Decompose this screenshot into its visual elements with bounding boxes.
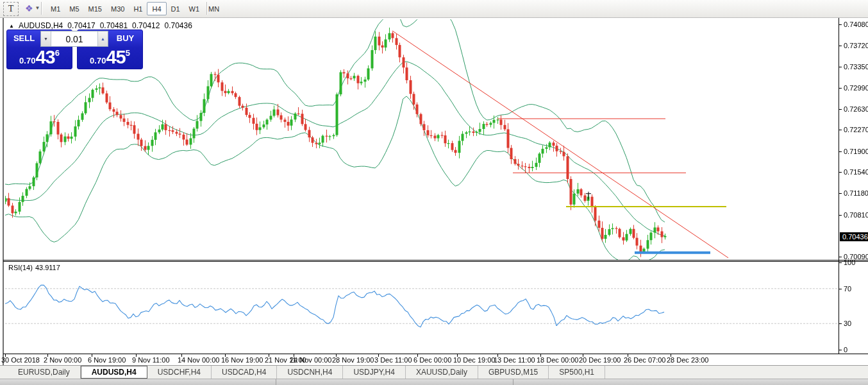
date-axis-tick bbox=[540, 354, 541, 357]
tab-XAUUSD,Daily[interactable]: XAUUSD,Daily bbox=[406, 366, 478, 379]
rsi-indicator-label: RSI(14)43.9117 bbox=[8, 264, 60, 271]
mt4-window: T ❖ ▼ M1M5M15M30H1H4D1W1MN ▲ AUDUSD,H4 0… bbox=[0, 0, 868, 385]
text-tool-button[interactable]: T bbox=[3, 2, 19, 16]
rsi-level-tick bbox=[839, 323, 842, 324]
date-axis-tick bbox=[417, 354, 418, 357]
rsi-level-label: 100 bbox=[844, 259, 855, 266]
status-separator bbox=[276, 379, 276, 385]
date-axis-tick bbox=[136, 354, 137, 357]
ohlc-high: 0.70481 bbox=[100, 21, 128, 30]
date-axis-label: 9 Nov 11:00 bbox=[132, 356, 170, 364]
date-axis-label: 26 Dec 07:00 bbox=[624, 356, 665, 364]
rsi-level-label: 0 bbox=[844, 346, 847, 354]
price-axis-label: 0.71180 bbox=[844, 189, 868, 197]
tab-SP500,H1[interactable]: SP500,H1 bbox=[549, 366, 605, 379]
price-axis[interactable]: 0.740800.737200.733500.729900.726300.722… bbox=[839, 18, 868, 354]
price-axis-tick bbox=[839, 257, 842, 257]
status-bar bbox=[0, 379, 868, 385]
volume-increase-button[interactable]: ▲ bbox=[97, 31, 108, 46]
tab-AUDUSD,H4[interactable]: AUDUSD,H4 bbox=[81, 366, 147, 379]
date-axis-label: 10 Dec 19:00 bbox=[453, 356, 495, 364]
date-axis-tick bbox=[628, 354, 628, 357]
timeframe-button-M15[interactable]: M15 bbox=[84, 2, 106, 15]
chart-title: ▲ AUDUSD,H4 0.70417 0.70481 0.70412 0.70… bbox=[9, 21, 192, 30]
one-click-trading-panel: SELL 0.70436 BUY 0.70455 ▼ 0.01 ▲ bbox=[6, 30, 143, 69]
price-axis-tick bbox=[839, 88, 842, 89]
price-axis-label: 0.70810 bbox=[844, 211, 868, 219]
buy-price: 0.70455 bbox=[78, 48, 142, 67]
timeframe-button-H1[interactable]: H1 bbox=[129, 2, 147, 15]
chart-tabs: EURUSD,DailyAUDUSD,H4USDCHF,H4USDCAD,H4U… bbox=[0, 365, 868, 379]
sell-label: SELL bbox=[7, 33, 41, 43]
timeframe-button-M1[interactable]: M1 bbox=[46, 2, 65, 15]
volume-input[interactable]: 0.01 bbox=[51, 31, 97, 46]
date-axis-tick bbox=[583, 354, 583, 357]
chart-symbol: AUDUSD,H4 bbox=[19, 21, 63, 30]
price-axis-label: 0.71900 bbox=[844, 148, 868, 155]
rsi-level-tick bbox=[839, 289, 842, 289]
tab-USDJPY,H4[interactable]: USDJPY,H4 bbox=[343, 366, 405, 379]
date-axis-tick bbox=[378, 354, 379, 357]
tab-USDCHF,H4[interactable]: USDCHF,H4 bbox=[147, 366, 212, 379]
price-axis-tick bbox=[839, 109, 842, 110]
price-axis-tick bbox=[839, 24, 842, 25]
date-axis-tick bbox=[181, 354, 182, 357]
text-tool-icon: T bbox=[8, 4, 14, 14]
price-axis-label: 0.72990 bbox=[844, 84, 868, 92]
status-separator bbox=[513, 379, 513, 385]
date-axis-label: 20 Dec 19:00 bbox=[579, 356, 621, 364]
objects-tool-button[interactable]: ❖ ▼ bbox=[22, 2, 42, 15]
price-axis-tick bbox=[839, 46, 842, 46]
tab-GBPUSD,M15[interactable]: GBPUSD,M15 bbox=[478, 366, 549, 379]
date-axis-tick bbox=[92, 354, 92, 357]
rsi-level-tick bbox=[839, 262, 842, 263]
time-axis[interactable]: 30 Oct 20182 Nov 00:006 Nov 19:009 Nov 1… bbox=[0, 354, 868, 365]
tab-USDCAD,H4[interactable]: USDCAD,H4 bbox=[212, 366, 277, 379]
ohlc-open: 0.70417 bbox=[67, 21, 95, 30]
timeframe-button-M30[interactable]: M30 bbox=[106, 2, 129, 15]
toolbar: T ❖ ▼ M1M5M15M30H1H4D1W1MN bbox=[0, 0, 868, 18]
timeframe-button-D1[interactable]: D1 bbox=[167, 2, 185, 15]
price-axis-tick bbox=[839, 172, 842, 173]
timeframe-toolbar: M1M5M15M30H1H4D1W1MN bbox=[46, 2, 224, 15]
date-axis-label: 14 Nov 00:00 bbox=[178, 356, 219, 364]
date-axis-label: 28 Dec 23:00 bbox=[667, 356, 708, 364]
date-axis-tick bbox=[47, 354, 48, 357]
price-axis-label: 0.71540 bbox=[844, 168, 868, 176]
ohlc-low: 0.70412 bbox=[132, 21, 160, 30]
timeframe-button-W1[interactable]: W1 bbox=[185, 2, 204, 15]
date-axis-tick bbox=[497, 354, 498, 357]
volume-decrease-button[interactable]: ▼ bbox=[41, 31, 51, 46]
panel-splitter[interactable] bbox=[3, 260, 868, 261]
tab-EURUSD,Daily[interactable]: EURUSD,Daily bbox=[8, 366, 81, 379]
current-price-tag: 0.70436 bbox=[840, 232, 868, 241]
date-axis-tick bbox=[294, 354, 294, 357]
date-axis-label: 28 Nov 19:00 bbox=[332, 356, 374, 364]
price-axis-tick bbox=[839, 67, 842, 67]
timeframe-button-H4[interactable]: H4 bbox=[147, 2, 166, 15]
rsi-level-tick bbox=[839, 350, 842, 350]
price-axis-label: 0.72270 bbox=[844, 126, 868, 133]
rsi-chart-canvas[interactable] bbox=[5, 262, 839, 354]
toolbar-separator bbox=[206, 2, 207, 15]
date-axis-tick bbox=[671, 354, 671, 357]
price-axis-tick bbox=[839, 193, 842, 194]
volume-control: ▼ 0.01 ▲ bbox=[40, 31, 108, 47]
price-axis-tick bbox=[839, 151, 842, 152]
collapse-icon[interactable]: ▲ bbox=[9, 23, 14, 29]
date-axis-label: 6 Nov 19:00 bbox=[88, 356, 126, 364]
date-axis-tick bbox=[457, 354, 458, 357]
sell-price: 0.70436 bbox=[7, 48, 72, 67]
price-axis-tick bbox=[839, 215, 842, 216]
date-axis-label: 24 Nov 00:00 bbox=[290, 356, 331, 364]
price-axis-label: 0.74080 bbox=[844, 21, 868, 28]
dropdown-caret-icon: ▼ bbox=[35, 6, 40, 11]
date-axis-label: 2 Nov 00:00 bbox=[44, 356, 81, 364]
panel-splitter[interactable] bbox=[3, 261, 868, 262]
timeframe-button-M5[interactable]: M5 bbox=[65, 2, 83, 15]
buy-label: BUY bbox=[108, 33, 142, 43]
date-axis-tick bbox=[5, 354, 6, 357]
tab-USDCNH,H4[interactable]: USDCNH,H4 bbox=[277, 366, 343, 379]
toolbar-separator bbox=[41, 2, 42, 15]
date-axis-label: 13 Dec 11:00 bbox=[494, 356, 535, 364]
